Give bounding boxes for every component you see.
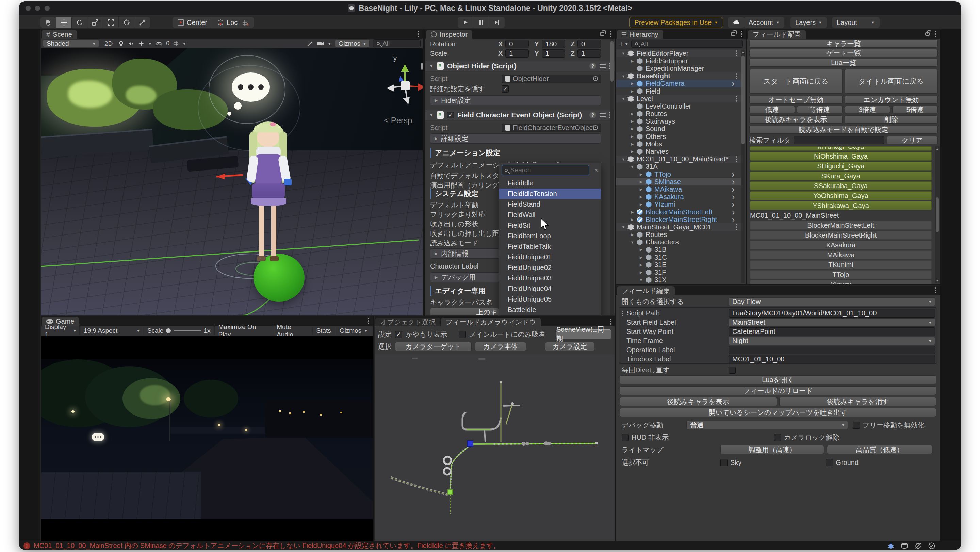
fold-arrow-icon[interactable]: ▶ [637,263,645,267]
2d-toggle[interactable]: 2D [102,40,115,47]
fold-arrow-icon[interactable]: ▼ [628,240,636,244]
rect-tool-icon[interactable] [103,17,119,28]
scene-kebab-icon[interactable] [736,98,737,99]
ground-checkbox[interactable] [826,459,833,466]
open-lua-button[interactable]: Luaを開く [620,375,937,384]
hand-tool-icon[interactable] [40,17,56,28]
dropdown-item[interactable]: FieldUnique01 [499,252,601,262]
presets-icon[interactable] [600,113,606,118]
toggle-button[interactable]: オートセーブ無効 [749,95,843,104]
tab-field-layout[interactable]: フィールド配置 [748,30,806,39]
fold-arrow-icon[interactable]: ▶ [628,218,636,222]
fold-arrow-icon[interactable]: ▶ [637,195,645,199]
fold-arrow-icon[interactable]: ▶ [628,134,636,139]
close-button[interactable] [25,6,30,11]
title-bar[interactable]: BaseNight - Lily - PC, Mac & Linux Stand… [19,2,961,15]
hierarchy-row[interactable]: ▶ 31E [616,261,741,269]
debug-move-dropdown[interactable]: 普通 [686,421,848,430]
hierarchy-row[interactable]: ▼ 31A [616,163,741,170]
placement-item[interactable]: YIzumi [750,280,932,284]
dropdown-item[interactable]: FieldStand [499,199,601,210]
popup-close-icon[interactable]: × [595,166,598,174]
lightmap-quality-button[interactable]: 高品質（低速） [827,445,932,454]
detail-settings-foldout[interactable]: ▶詳細設定 [430,134,601,144]
pause-button[interactable] [473,17,489,28]
object-picker-icon[interactable] [593,125,598,130]
help-icon[interactable]: ? [589,111,596,118]
hierarchy-row[interactable]: ▶ Others [616,133,741,140]
dropdown-item[interactable]: FieldTableTalk [499,241,601,252]
stats-toggle[interactable]: Stats [312,327,334,334]
placement-item-clipped[interactable]: MYunagi_Gaya [750,146,932,151]
open-target-dropdown[interactable]: Day Flow [729,297,935,306]
sky-checkbox[interactable] [721,459,727,466]
placement-item-active[interactable]: SHiguchi_Gaya [750,162,932,170]
hider-settings-foldout[interactable]: ▶Hider設定 [430,95,601,105]
popup-search[interactable] [501,165,589,175]
hierarchy-row[interactable]: ▶ 31B [616,246,741,253]
toggle-button[interactable]: エンカウント無効 [845,95,938,104]
zoom-button[interactable] [45,6,50,11]
fold-arrow-icon[interactable]: ▶ [628,210,636,215]
scene-effects-icon[interactable] [138,40,145,47]
rotation-z-field[interactable]: 0 [578,40,601,48]
camera-settings-button[interactable]: カメラ設定 [545,342,595,351]
shading-mode-dropdown[interactable]: Shaded [43,40,99,47]
rotation-y-field[interactable]: 180 [542,40,565,48]
scene-menu-kebab-icon[interactable] [418,33,419,35]
filter-input[interactable] [794,136,884,144]
hide-settings-checkbox[interactable]: ✓ [501,86,509,92]
move-tool-icon[interactable] [56,17,72,28]
hierarchy-row[interactable]: ▶ MAikawa › [616,186,741,193]
presets-icon[interactable] [600,64,606,68]
dropdown-item[interactable]: BattleIdle [499,305,601,315]
scene-kebab-icon[interactable] [736,53,737,54]
camera-menu-kebab-icon[interactable] [610,321,611,322]
hierarchy-row[interactable]: ▼ 31X [616,276,741,284]
field-layout-button[interactable]: Lua一覧 [749,59,938,67]
camera-dropdown-arrow-icon[interactable]: ▼ [328,41,331,46]
debugger-icon[interactable] [887,542,894,550]
grid-snap-icon[interactable] [238,17,254,28]
rotate-tool-icon[interactable] [72,17,88,28]
dropdown-item[interactable]: FieldUnique04 [499,283,601,294]
layout-dropdown[interactable]: Layout▼ [832,17,880,28]
mid-button[interactable]: 削除 [845,115,938,124]
help-icon[interactable]: ? [589,63,596,69]
hierarchy-row[interactable]: ▶ TTojo › [616,170,741,178]
field-value[interactable]: CafeteriaPoint [729,328,935,336]
fold-arrow-icon[interactable]: ▶ [628,59,636,63]
gizmo-lock-icon[interactable] [421,63,423,69]
scene-search-input[interactable] [382,40,417,47]
fold-arrow-icon[interactable]: ▶ [637,270,645,275]
fold-arrow-icon[interactable]: ▶ [628,232,636,237]
play-button[interactable] [458,17,473,28]
game-menu-kebab-icon[interactable] [368,320,369,321]
fceo-header[interactable]: ▼ ✓ Field Character Event Object (Script… [425,110,614,121]
script-object-field[interactable]: ObjectHider [501,75,601,83]
inspector-scrollbar[interactable] [610,40,614,315]
sync-sceneview-button[interactable]: SceneViewに同期 [556,329,611,339]
scene-lighting-icon[interactable] [118,40,124,47]
grid-visibility-icon[interactable] [173,40,179,47]
scale-z-field[interactable]: 1 [578,49,601,57]
custom-tool-icon[interactable] [134,17,150,28]
scale-y-field[interactable]: 1 [542,49,565,57]
cache-server-icon[interactable] [901,542,908,550]
scene-camera-icon[interactable] [317,41,324,46]
hierarchy-row[interactable]: ▶ FieldSetupper [616,57,741,65]
speed-button[interactable]: 5倍速 [892,106,938,113]
scene-audio-icon[interactable] [127,40,134,47]
scene-search[interactable] [373,40,421,47]
tab-field-camera-window[interactable]: フィールドカメラウィンドウ [441,318,541,326]
camera-body-button[interactable]: カメラ本体 [475,342,526,351]
script-object-field[interactable]: FieldCharacterEventObject [501,124,601,132]
popup-search-input[interactable] [511,166,586,174]
fold-arrow-icon[interactable]: ▶ [628,81,636,86]
mainroute-checkbox[interactable] [459,331,466,338]
pivot-center-button[interactable]: Center [172,17,212,28]
minimize-button[interactable] [35,6,40,11]
aspect-dropdown[interactable]: 19:9 Aspect▼ [81,327,143,334]
account-dropdown[interactable]: Account▼ [744,17,784,28]
route-map-viewport[interactable] [375,354,614,541]
